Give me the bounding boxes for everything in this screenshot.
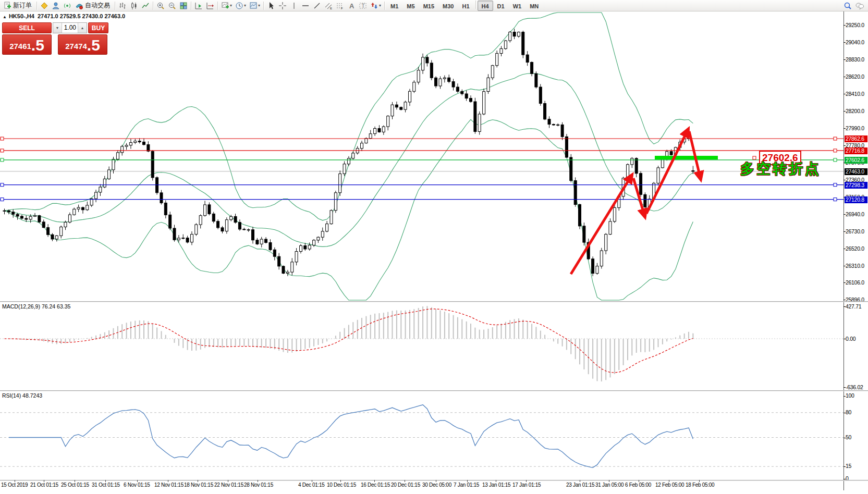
macd-axis-tickmark bbox=[843, 387, 846, 388]
indicators-button[interactable]: ▾ bbox=[219, 1, 234, 11]
macd-value-main: 76.24 bbox=[42, 303, 55, 310]
signals-button[interactable] bbox=[62, 1, 73, 11]
time-axis-tickmark bbox=[228, 480, 228, 482]
time-axis-label: 12 Nov 01:15 bbox=[154, 482, 184, 488]
toolbar-separator bbox=[115, 2, 115, 10]
line-chart-button[interactable] bbox=[140, 1, 151, 11]
macd-axis-label: 0.00 bbox=[846, 336, 867, 342]
chart-ohlc-values: 27471.0 27529.5 27430.0 27463.0 bbox=[38, 13, 125, 19]
sell-button[interactable]: SELL bbox=[2, 22, 52, 33]
new-order-label: 新订单 bbox=[13, 1, 32, 10]
chevron-down-icon: ▾ bbox=[244, 3, 246, 8]
buy-button[interactable]: BUY bbox=[88, 22, 108, 33]
new-order-button[interactable]: 新订单 bbox=[1, 1, 35, 11]
price-level-label: 27862.6 bbox=[845, 135, 867, 142]
sell-price-button[interactable]: 27461.5 bbox=[2, 34, 52, 55]
trendline-icon bbox=[313, 2, 321, 10]
time-axis-tickmark bbox=[312, 480, 312, 482]
timeframe-button-m5[interactable]: M5 bbox=[402, 1, 419, 11]
price-axis-tickmark bbox=[843, 111, 846, 112]
time-axis-label: 10 Dec 01:15 bbox=[327, 482, 356, 488]
chart-symbol: HK50-,H4 bbox=[9, 13, 34, 19]
timeframe-button-mn[interactable]: MN bbox=[525, 1, 543, 11]
macd-pane[interactable] bbox=[0, 302, 843, 390]
collapse-icon[interactable]: ▲ bbox=[3, 15, 7, 19]
timeframe-button-h1[interactable]: H1 bbox=[458, 1, 473, 11]
metaeditor-button[interactable] bbox=[39, 1, 50, 11]
autotrading-button[interactable]: 自动交易 bbox=[73, 1, 113, 11]
time-axis-label: 15 Oct 2019 bbox=[1, 482, 28, 488]
buy-price-button[interactable]: 27474.5 bbox=[58, 34, 107, 55]
cursor-button[interactable] bbox=[265, 1, 277, 11]
templates-button[interactable]: ▾ bbox=[248, 1, 262, 11]
trading-platform-window: 新订单 自动交易 bbox=[0, 0, 868, 494]
vertical-line-button[interactable] bbox=[288, 1, 300, 11]
timeframe-button-m1[interactable]: M1 bbox=[386, 1, 402, 11]
bar-chart-button[interactable] bbox=[117, 1, 128, 11]
macd-value-signal: 63.35 bbox=[57, 303, 70, 310]
line-chart-icon bbox=[141, 2, 150, 10]
price-chart-pane[interactable] bbox=[0, 11, 843, 301]
price-axis-tickmark bbox=[843, 180, 846, 180]
timeframe-button-w1[interactable]: W1 bbox=[509, 1, 526, 11]
turning-point-annotation: 多空转折点 bbox=[740, 159, 821, 178]
price-axis-tick-label: 26520.0 bbox=[846, 245, 867, 252]
community-icon bbox=[52, 2, 60, 10]
periods-button[interactable]: ▾ bbox=[234, 1, 248, 11]
text-button[interactable]: A bbox=[346, 1, 357, 11]
chat-button[interactable] bbox=[853, 1, 866, 11]
sell-price-main: 27461 bbox=[9, 40, 31, 53]
candlestick-chart-button[interactable] bbox=[128, 1, 140, 11]
timeframe-button-m30[interactable]: M30 bbox=[438, 1, 458, 11]
rsi-pane[interactable] bbox=[0, 391, 843, 480]
volume-up-button[interactable]: ▲ bbox=[78, 23, 87, 33]
fibonacci-button[interactable]: F bbox=[334, 1, 346, 11]
chat-icon bbox=[855, 2, 864, 10]
timeframe-button-d1[interactable]: D1 bbox=[493, 1, 509, 11]
buy-price-pips: .5 bbox=[87, 38, 100, 53]
search-button[interactable] bbox=[842, 1, 853, 11]
tile-windows-button[interactable] bbox=[178, 1, 189, 11]
time-axis-tickmark bbox=[15, 480, 15, 482]
pane-separator bbox=[0, 480, 868, 481]
crosshair-button[interactable] bbox=[277, 1, 288, 11]
channel-icon: E bbox=[324, 2, 333, 10]
auto-scroll-button[interactable] bbox=[193, 1, 204, 11]
pane-separator[interactable] bbox=[0, 301, 868, 302]
time-axis-label: 31 Jan 05:00 bbox=[595, 482, 624, 488]
price-level-label: 27602.6 bbox=[845, 157, 867, 164]
time-axis-tickmark bbox=[198, 480, 198, 482]
text-label-icon: T bbox=[359, 2, 367, 10]
time-axis-tickmark bbox=[609, 480, 609, 482]
zoom-in-button[interactable] bbox=[155, 1, 166, 11]
equidistant-channel-button[interactable]: E bbox=[323, 1, 334, 11]
price-axis-tickmark bbox=[843, 59, 846, 60]
timeframe-button-m15[interactable]: M15 bbox=[419, 1, 438, 11]
horizontal-line-button[interactable] bbox=[300, 1, 311, 11]
time-axis-label: 31 Oct 01:15 bbox=[92, 482, 120, 488]
arrows-button[interactable]: ▾ bbox=[369, 1, 383, 11]
community-button[interactable] bbox=[50, 1, 62, 11]
chevron-down-icon: ▾ bbox=[258, 3, 260, 8]
time-axis-tickmark bbox=[669, 480, 669, 482]
volume-down-button[interactable]: ▼ bbox=[53, 23, 62, 33]
price-axis-tick-label: 29250.0 bbox=[846, 22, 867, 29]
price-axis-tick-label: 28410.0 bbox=[846, 91, 867, 97]
time-axis-tickmark bbox=[340, 480, 341, 482]
pane-separator[interactable] bbox=[0, 390, 868, 391]
volume-input[interactable]: 1.00 bbox=[62, 23, 78, 33]
rsi-axis-tickmark bbox=[843, 479, 846, 479]
chart-shift-button[interactable] bbox=[204, 1, 216, 11]
zoom-out-button[interactable] bbox=[166, 1, 178, 11]
support-zone-bar[interactable] bbox=[655, 156, 718, 159]
template-icon bbox=[249, 2, 258, 10]
trendline-button[interactable] bbox=[311, 1, 323, 11]
chart-shift-icon bbox=[206, 2, 214, 10]
time-axis-tickmark bbox=[374, 480, 375, 482]
timeframe-button-h4[interactable]: H4 bbox=[478, 1, 493, 11]
time-axis-label: 13 Jan 01:15 bbox=[482, 482, 510, 488]
macd-axis-label: 427.71 bbox=[846, 303, 867, 310]
text-label-button[interactable]: T bbox=[357, 1, 369, 11]
time-axis-label: 28 Nov 01:15 bbox=[244, 482, 273, 488]
price-axis-tickmark bbox=[843, 300, 846, 300]
